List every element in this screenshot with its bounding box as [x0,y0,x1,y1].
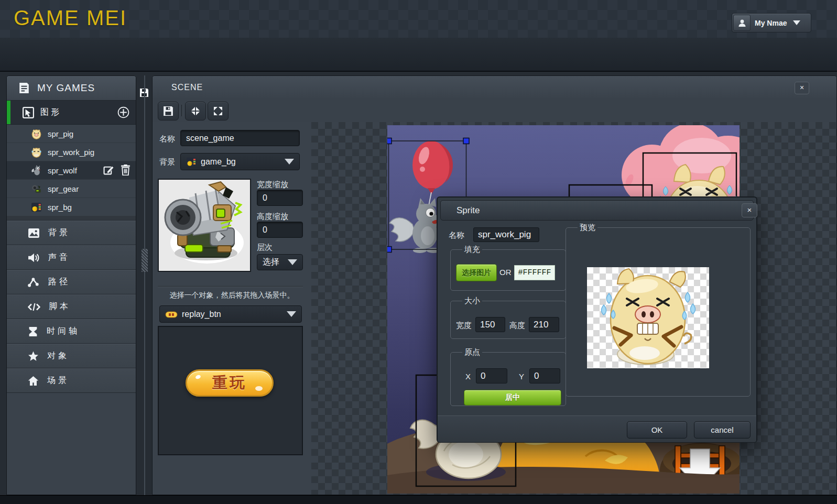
ok-button[interactable]: OK [627,421,687,439]
section-label: 声音 [48,252,70,263]
add-sprite-button[interactable] [117,106,129,118]
scene-panel-close-icon[interactable]: × [795,82,809,94]
width-input[interactable] [475,317,505,332]
object-preview: 重玩 [158,326,303,455]
panel-splitter[interactable] [136,75,152,495]
section-label: 场景 [47,375,69,386]
sprite-name: spr_work_pig [48,148,94,157]
sprite-name: spr_pig [48,129,73,138]
home-icon [28,376,39,386]
sprite-item-spr-gear[interactable]: spr_gear [7,180,136,198]
scene-properties: 名称 背景 game_bg [153,122,312,495]
sprite-name-label: 名称 [449,231,464,240]
origin-x-input[interactable] [476,368,507,384]
user-menu[interactable]: My Nmae [732,13,811,32]
dialog-titlebar[interactable]: Sprite [440,200,754,221]
chevron-down-icon [288,259,297,265]
chevron-down-icon [793,20,800,25]
section-label: 对象 [47,350,69,361]
object-dropdown[interactable]: replay_btn [159,305,302,323]
user-avatar-icon [733,15,751,31]
center-button[interactable]: 居中 [464,390,561,406]
scene-bg-value: game_bg [201,157,236,167]
scene-bg-label: 背景 [159,157,175,167]
height-scale-input[interactable] [257,222,303,238]
height-input[interactable] [529,317,559,332]
splitter-grip-icon [142,249,148,272]
width-scale-input[interactable] [257,190,303,206]
background-preview [158,179,251,272]
user-name: My Nmae [755,19,787,27]
sprite-item-spr-pig[interactable]: spr_pig [7,125,136,143]
fill-group: 填充 选择图片 OR [450,245,566,291]
sidebar-title-label: MY GAMES [37,82,95,94]
divider [158,286,303,287]
height-scale-label: 高度缩放 [257,212,288,222]
sidebar-item-graphics[interactable]: 图形 [7,101,136,125]
main-toolbar: 新建 打开 保存 调试 部署 设置 资源管理器 [0,38,837,72]
sprite-name-input[interactable] [473,227,539,242]
dialog-close-icon[interactable]: × [742,203,757,217]
collapse-view-button[interactable] [185,102,206,120]
replay-button-preview: 重玩 [186,369,274,397]
bg-sprite-icon [31,202,42,213]
sidebar: MY GAMES 图形 spr_pig spr_work_pig spr_wol… [6,75,136,495]
scene-toolbar [153,99,836,123]
section-label: 时间轴 [47,326,80,337]
sidebar-item-timelines[interactable]: 时间轴 [7,319,136,344]
preview-group: 预览 [566,223,751,397]
preview-legend: 预览 [578,223,597,233]
drag-hint-text: 选择一个对象，然后将其拖入场景中。 [153,291,311,300]
star-icon [28,351,39,361]
pig-sprite-icon [31,128,42,139]
edit-icon[interactable] [103,165,114,176]
expand-view-button[interactable] [208,102,229,120]
origin-y-input[interactable] [529,368,560,384]
trash-icon[interactable] [121,165,131,176]
origin-y-label: Y [519,372,524,381]
choose-image-button[interactable]: 选择图片 [456,264,497,281]
status-bar [0,495,837,504]
sidebar-item-paths[interactable]: 路径 [7,270,136,294]
sidebar-item-sounds[interactable]: 声音 [7,245,136,270]
layer-label: 层次 [257,243,273,253]
chevron-down-icon [285,159,294,165]
section-label: 脚本 [49,301,71,312]
dialog-footer: OK cancel [438,415,756,442]
wolf-sprite-icon [31,165,42,176]
scene-name-input[interactable] [180,130,300,146]
speaker-icon [28,253,40,263]
path-icon [28,277,40,288]
sprite-item-spr-bg[interactable]: spr_bg [7,198,136,216]
sidebar-gap [7,216,136,221]
graphics-label: 图形 [40,107,61,118]
sidebar-item-scenes[interactable]: 场景 [7,368,136,393]
sidebar-item-scripts[interactable]: 脚本 [7,294,136,319]
origin-group: 原点 X Y 居中 [450,347,566,406]
object-value: replay_btn [182,310,221,319]
sidebar-item-objects[interactable]: 对象 [7,344,136,368]
sprite-name: spr_gear [48,184,79,193]
sprite-name: spr_bg [48,203,72,212]
width-label: 宽度 [456,321,472,331]
fill-color-input[interactable] [514,265,555,280]
sidebar-title: MY GAMES [7,76,136,101]
section-label: 路径 [48,277,70,288]
work-pig-sprite-icon [31,147,42,158]
sprite-preview-image [587,267,709,368]
scene-bg-dropdown[interactable]: game_bg [180,153,300,170]
dialog-title: Sprite [456,201,480,220]
sprite-item-spr-work-pig[interactable]: spr_work_pig [7,143,136,161]
scene-name-label: 名称 [159,134,175,144]
fill-legend: 填充 [462,245,482,255]
bg-thumb-icon [186,157,197,167]
sidebar-item-backgrounds[interactable]: 背景 [7,221,136,245]
toolbar-separator [181,105,183,116]
layer-dropdown[interactable]: 选择 [257,254,303,270]
width-scale-label: 宽度缩放 [257,180,288,190]
app-window: GAME MEI My Nmae 新建 打开 保存 调试 部署 [0,0,837,504]
scene-save-button[interactable] [158,102,179,120]
hourglass-icon [28,326,38,337]
sprite-item-spr-wolf[interactable]: spr_wolf [7,161,136,180]
cancel-button[interactable]: cancel [694,421,751,439]
